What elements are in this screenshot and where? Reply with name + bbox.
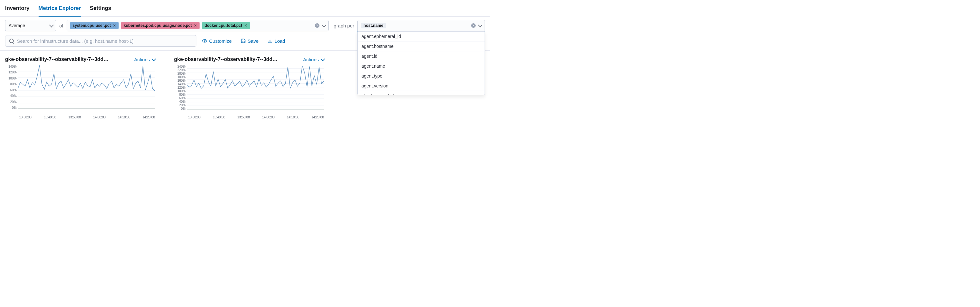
chart-actions-button[interactable]: Actions bbox=[303, 57, 324, 62]
y-tick-label: 200% bbox=[177, 72, 186, 75]
chart-series-line bbox=[18, 66, 155, 91]
x-tick-label: 13:40:00 bbox=[44, 115, 56, 119]
graph-per-option[interactable]: cloud.account.id bbox=[358, 91, 485, 95]
chevron-down-icon[interactable] bbox=[478, 23, 482, 27]
x-tick-label: 14:10:00 bbox=[287, 115, 299, 119]
save-button[interactable]: Save bbox=[237, 38, 262, 44]
remove-metric-icon[interactable]: ✕ bbox=[113, 23, 116, 28]
remove-metric-icon[interactable]: ✕ bbox=[244, 23, 247, 28]
save-icon bbox=[241, 38, 246, 43]
load-label: Load bbox=[275, 38, 285, 44]
x-tick-label: 13:50:00 bbox=[68, 115, 81, 119]
search-input[interactable]: Search for infrastructure data... (e.g. … bbox=[5, 35, 196, 46]
customize-label: Customize bbox=[209, 38, 232, 44]
y-tick-label: 40% bbox=[179, 100, 186, 103]
chevron-down-icon bbox=[49, 23, 54, 27]
of-label: of bbox=[59, 23, 64, 29]
chevron-down-icon[interactable] bbox=[322, 23, 326, 27]
y-tick-label: 20% bbox=[10, 100, 17, 104]
chart-header: gke-observability-7--observability-7--3d… bbox=[174, 56, 324, 62]
y-tick-label: 0% bbox=[181, 107, 186, 110]
graph-per-option[interactable]: agent.version bbox=[358, 81, 485, 91]
chart-header: gke-observability-7--observability-7--3d… bbox=[5, 56, 155, 62]
metric-pill[interactable]: kubernetes.pod.cpu.usage.node.pct✕ bbox=[121, 22, 200, 29]
x-tick-label: 14:00:00 bbox=[262, 115, 275, 119]
remove-metric-icon[interactable]: ✕ bbox=[194, 23, 197, 28]
x-tick-label: 13:30:00 bbox=[19, 115, 32, 119]
metric-pill[interactable]: system.cpu.user.pct✕ bbox=[70, 22, 119, 29]
x-tick-label: 13:50:00 bbox=[237, 115, 250, 119]
x-tick-label: 14:20:00 bbox=[143, 115, 155, 119]
y-tick-label: 20% bbox=[179, 103, 186, 107]
graph-per-selected-pill: host.name bbox=[361, 22, 386, 29]
chart-plot[interactable] bbox=[187, 65, 324, 109]
clear-graph-per-icon[interactable]: ✕ bbox=[471, 23, 476, 28]
y-tick-label: 140% bbox=[8, 65, 17, 68]
actions-label: Actions bbox=[134, 57, 150, 62]
chart-body: 240%220%200%180%160%140%120%100%80%60%40… bbox=[174, 65, 324, 119]
tab-metrics-explorer[interactable]: Metrics Explorer bbox=[38, 4, 81, 17]
top-tabs: Inventory Metrics Explorer Settings bbox=[0, 0, 490, 17]
metric-pill-label: system.cpu.user.pct bbox=[73, 23, 111, 28]
x-tick-label: 14:00:00 bbox=[93, 115, 105, 119]
load-button[interactable]: Load bbox=[264, 38, 288, 44]
save-label: Save bbox=[248, 38, 259, 44]
x-tick-label: 13:30:00 bbox=[188, 115, 200, 119]
clear-metrics-icon[interactable]: ✕ bbox=[315, 23, 320, 28]
metric-pill-label: docker.cpu.total.pct bbox=[205, 23, 242, 28]
y-tick-label: 80% bbox=[179, 93, 186, 96]
chart-title: gke-observability-7--observability-7--3d… bbox=[5, 56, 109, 62]
graph-per-option[interactable]: agent.id bbox=[358, 51, 485, 61]
metrics-input[interactable]: system.cpu.user.pct✕kubernetes.pod.cpu.u… bbox=[67, 20, 329, 31]
graph-per-option[interactable]: agent.type bbox=[358, 71, 485, 81]
x-tick-label: 13:40:00 bbox=[213, 115, 225, 119]
chart-y-axis: 140%120%100%80%60%40%20%0% bbox=[5, 65, 18, 109]
metrics-pill-container: system.cpu.user.pct✕kubernetes.pod.cpu.u… bbox=[70, 22, 312, 29]
y-tick-label: 80% bbox=[10, 82, 17, 86]
x-tick-label: 14:20:00 bbox=[312, 115, 324, 119]
tab-inventory[interactable]: Inventory bbox=[5, 4, 30, 16]
download-icon bbox=[267, 38, 272, 43]
actions-label: Actions bbox=[303, 57, 319, 62]
graph-per-label: graph per bbox=[334, 23, 354, 29]
chevron-down-icon bbox=[320, 57, 325, 61]
y-tick-label: 160% bbox=[177, 79, 186, 82]
svg-point-0 bbox=[204, 40, 205, 42]
y-tick-label: 60% bbox=[10, 88, 17, 92]
graph-per-input[interactable]: host.name ✕ bbox=[357, 20, 485, 31]
graph-per-option[interactable]: agent.ephemeral_id bbox=[358, 32, 485, 42]
customize-button[interactable]: Customize bbox=[199, 38, 235, 44]
aggregation-selected: Average bbox=[9, 23, 25, 28]
chart-x-axis: 13:30:0013:40:0013:50:0014:00:0014:10:00… bbox=[188, 115, 324, 119]
eye-icon bbox=[202, 38, 207, 43]
graph-per-dropdown: agent.ephemeral_idagent.hostnameagent.id… bbox=[357, 31, 485, 95]
chart-series-line bbox=[187, 66, 324, 88]
chevron-down-icon bbox=[151, 57, 156, 61]
chart-title: gke-observability-7--observability-7--3d… bbox=[174, 56, 278, 62]
graph-per-option[interactable]: agent.name bbox=[358, 61, 485, 71]
y-tick-label: 120% bbox=[8, 70, 17, 74]
search-icon bbox=[9, 38, 14, 43]
y-tick-label: 240% bbox=[177, 65, 186, 68]
y-tick-label: 0% bbox=[12, 106, 17, 109]
aggregation-select[interactable]: Average bbox=[5, 20, 56, 31]
chart-panel: gke-observability-7--observability-7--3d… bbox=[174, 56, 324, 119]
chart-body: 140%120%100%80%60%40%20%0%13:30:0013:40:… bbox=[5, 65, 155, 119]
y-tick-label: 180% bbox=[177, 75, 186, 79]
y-tick-label: 60% bbox=[179, 96, 186, 100]
x-tick-label: 14:10:00 bbox=[118, 115, 130, 119]
graph-per-option[interactable]: agent.hostname bbox=[358, 42, 485, 51]
chart-x-axis: 13:30:0013:40:0013:50:0014:00:0014:10:00… bbox=[19, 115, 155, 119]
y-tick-label: 100% bbox=[177, 90, 186, 93]
y-tick-label: 120% bbox=[177, 86, 186, 90]
y-tick-label: 220% bbox=[177, 68, 186, 72]
y-tick-label: 40% bbox=[10, 94, 17, 98]
tab-settings[interactable]: Settings bbox=[90, 4, 111, 16]
graph-per-combobox[interactable]: host.name ✕ agent.ephemeral_idagent.host… bbox=[357, 20, 485, 31]
metric-pill-label: kubernetes.pod.cpu.usage.node.pct bbox=[124, 23, 192, 28]
chart-plot[interactable] bbox=[18, 65, 155, 109]
chart-actions-button[interactable]: Actions bbox=[134, 57, 155, 62]
search-placeholder: Search for infrastructure data... (e.g. … bbox=[17, 38, 134, 44]
y-tick-label: 100% bbox=[8, 77, 17, 80]
metric-pill[interactable]: docker.cpu.total.pct✕ bbox=[202, 22, 250, 29]
